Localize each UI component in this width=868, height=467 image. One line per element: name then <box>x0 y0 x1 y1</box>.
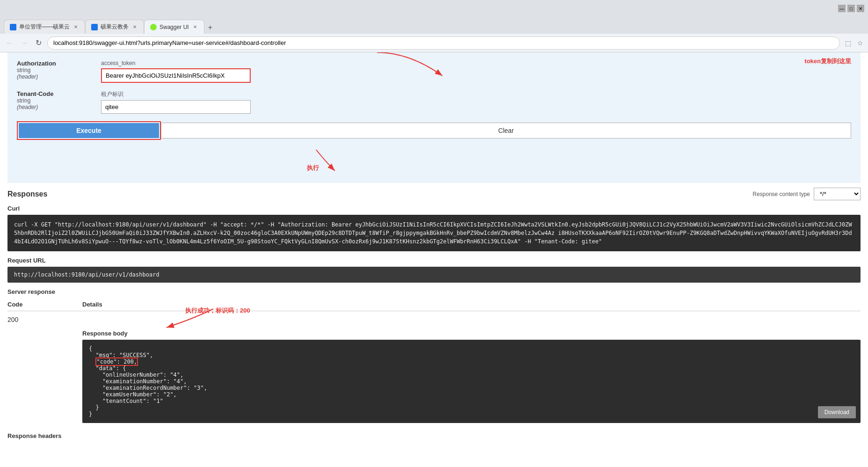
curl-block: curl -X GET "http://localhost:9180/api/u… <box>7 215 861 251</box>
address-bar: ← → ↻ ⬚ ☆ <box>0 34 868 52</box>
tab-shuoguo[interactable]: 硕果云教务 ✕ <box>85 20 144 34</box>
tenant-code-value-label: 租户标识 <box>101 90 851 98</box>
tab-swagger[interactable]: Swagger UI ✕ <box>144 20 204 34</box>
tab-close-1[interactable]: ✕ <box>72 24 79 30</box>
tenant-code-param-type: string <box>17 97 101 104</box>
success-arrow-container: 执行成功，标识码：200 <box>82 316 861 330</box>
title-bar-controls[interactable]: — □ ✕ <box>838 5 864 12</box>
responses-title: Responses <box>7 190 47 198</box>
tenant-code-input[interactable] <box>101 100 251 114</box>
authorization-param-label: Authorization string (header) <box>17 60 101 80</box>
close-button[interactable]: ✕ <box>857 5 864 12</box>
execute-arrow-svg <box>279 147 354 175</box>
title-bar: — □ ✕ <box>0 0 868 17</box>
response-headers-label: Response headers <box>7 428 861 439</box>
tab-favicon-1 <box>10 24 16 30</box>
cast-icon[interactable]: ⬚ <box>844 39 852 47</box>
params-section: Authorization string (header) access_tok… <box>7 52 861 183</box>
button-row: Execute Clear <box>17 121 851 140</box>
browser-actions: ⬚ ☆ <box>844 39 864 47</box>
tab-title-3: Swagger UI <box>159 24 189 30</box>
request-url-block: http://localhost:9180/api/user/v1/dashbo… <box>7 267 861 283</box>
response-details: 执行成功，标识码：200 Response body { "msg": "SUC… <box>82 316 861 423</box>
response-row: 200 执行成功，标识码：200 Response body <box>7 311 861 428</box>
tab-title-2: 硕果云教务 <box>101 23 129 31</box>
server-response-label: Server response <box>7 288 861 295</box>
new-tab-button[interactable]: + <box>204 22 216 34</box>
code-highlight: "code": 200, <box>95 358 138 366</box>
browser-chrome: — □ ✕ 单位管理——硕果云 ✕ 硕果云教务 ✕ Swagger UI ✕ +… <box>0 0 868 52</box>
content-type-label: Response content type <box>752 191 810 197</box>
clear-button[interactable]: Clear <box>161 123 851 139</box>
request-url-section: Request URL http://localhost:9180/api/us… <box>7 257 861 283</box>
tab-close-2[interactable]: ✕ <box>131 24 138 30</box>
authorization-param-type: string <box>17 67 101 73</box>
authorization-param-name: Authorization <box>17 60 101 67</box>
forward-button[interactable]: → <box>19 38 30 48</box>
request-url-label: Request URL <box>7 257 861 264</box>
url-input[interactable] <box>47 36 840 50</box>
tabs-bar: 单位管理——硕果云 ✕ 硕果云教务 ✕ Swagger UI ✕ + <box>0 17 868 34</box>
tab-title-1: 单位管理——硕果云 <box>19 23 70 31</box>
maximize-button[interactable]: □ <box>847 5 855 12</box>
authorization-value-label: access_token <box>101 60 851 66</box>
execute-wrapper: Execute <box>17 121 161 140</box>
tab-favicon-2 <box>91 24 98 30</box>
response-body-label: Response body <box>82 330 861 337</box>
content-type-select[interactable]: */* <box>814 188 861 200</box>
curl-label: Curl <box>7 205 861 212</box>
tab-danwei[interactable]: 单位管理——硕果云 ✕ <box>4 20 85 34</box>
responses-header: Responses Response content type */* <box>7 183 861 205</box>
refresh-button[interactable]: ↻ <box>34 37 43 48</box>
page-content: Authorization string (header) access_tok… <box>0 52 868 467</box>
authorization-input[interactable] <box>101 68 251 83</box>
curl-section: Curl curl -X GET "http://localhost:9180/… <box>7 205 861 251</box>
tenant-code-param-location: (header) <box>17 104 101 110</box>
tenant-code-param-name: Tenant-Code <box>17 90 101 97</box>
execute-arrow-container: 执行 <box>17 147 851 175</box>
authorization-param-value-col: access_token <box>101 60 851 83</box>
execute-button[interactable]: Execute <box>19 123 159 138</box>
tab-close-3[interactable]: ✕ <box>192 24 198 30</box>
content-type-container: Response content type */* <box>752 188 861 200</box>
tab-favicon-3 <box>150 24 157 30</box>
server-response-section: Server response Code Details 200 <box>7 288 861 428</box>
tenant-code-param-value-col: 租户标识 <box>101 90 851 114</box>
authorization-param-row: Authorization string (header) access_tok… <box>17 60 851 83</box>
back-button[interactable]: ← <box>4 38 15 48</box>
success-arrow-svg <box>129 306 223 330</box>
minimize-button[interactable]: — <box>838 5 846 12</box>
response-body-code: { "msg": "SUCCESS", "code": 200, "data":… <box>82 340 861 423</box>
tenant-code-param-row: Tenant-Code string (header) 租户标识 <box>17 90 851 114</box>
download-button[interactable]: Download <box>818 406 856 418</box>
response-body-pre: { "msg": "SUCCESS", "code": 200, "data":… <box>89 345 854 417</box>
response-code-value: 200 <box>7 316 82 323</box>
bookmark-icon[interactable]: ☆ <box>856 39 864 47</box>
tenant-code-param-label: Tenant-Code string (header) <box>17 90 101 110</box>
authorization-param-location: (header) <box>17 73 101 80</box>
code-header: Code <box>7 301 82 308</box>
